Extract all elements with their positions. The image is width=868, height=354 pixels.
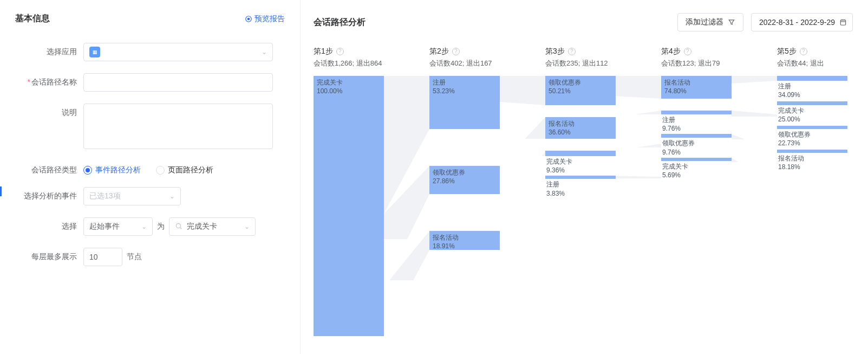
label-select-app: 选择应用 xyxy=(15,43,83,57)
sankey-node-label: 报名活动18.91% xyxy=(433,233,459,250)
sankey-node[interactable]: 报名活动74.80% xyxy=(661,76,732,99)
sankey-flow-zone xyxy=(616,76,661,336)
sankey-node[interactable]: 报名活动18.18% xyxy=(777,150,847,171)
sankey-node[interactable]: 完成关卡100.00% xyxy=(314,76,384,336)
step-subtitle: 会话数402; 退出167 xyxy=(429,59,545,68)
sankey-step-3: 第3步?会话数235; 退出112领取优惠券50.21%报名活动36.60%完成… xyxy=(545,47,661,339)
step-title: 第1步 xyxy=(314,47,333,56)
panel-title: 基本信息 xyxy=(15,13,50,24)
eye-icon xyxy=(245,15,252,23)
sankey-node[interactable]: 领取优惠券27.86% xyxy=(429,166,500,194)
sankey-chart: 第1步?会话数1,266; 退出864完成关卡100.00%第2步?会话数402… xyxy=(314,47,853,339)
svg-line-3 xyxy=(180,227,181,229)
sankey-node-label: 报名活动18.18% xyxy=(777,153,847,171)
step-title: 第4步 xyxy=(661,47,681,56)
step-title: 第3步 xyxy=(545,47,565,56)
start-event-type-select[interactable]: 起始事件 ⌄ xyxy=(83,217,153,236)
active-section-indicator xyxy=(0,186,2,196)
sankey-step-2: 第2步?会话数402; 退出167注册53.23%领取优惠券27.86%报名活动… xyxy=(429,47,545,339)
step-title: 第5步 xyxy=(777,47,797,56)
app-select[interactable]: ▦ ⌄ xyxy=(83,43,273,61)
sankey-node[interactable]: 领取优惠券50.21% xyxy=(545,76,616,105)
date-range-picker[interactable]: 2022-8-31 - 2022-9-29 xyxy=(751,13,853,31)
sankey-node[interactable]: 注册34.09% xyxy=(777,76,847,99)
label-max-per-level: 每层最多展示 xyxy=(15,248,83,262)
sankey-step-5: 第5步?会话数44; 退出注册34.09%完成关卡25.00%领取优惠券22.7… xyxy=(777,47,842,339)
sankey-step-1: 第1步?会话数1,266; 退出864完成关卡100.00% xyxy=(314,47,429,339)
help-icon[interactable]: ? xyxy=(336,48,344,55)
max-nodes-input[interactable] xyxy=(83,248,122,266)
sankey-node-label: 完成关卡5.69% xyxy=(661,161,732,179)
events-select[interactable]: 已选13项 ⌄ xyxy=(83,187,181,205)
sankey-step-4: 第4步?会话数123; 退出79报名活动74.80%注册9.76%领取优惠券9.… xyxy=(661,47,777,339)
help-icon[interactable]: ? xyxy=(684,48,691,55)
sankey-node[interactable]: 领取优惠券22.73% xyxy=(777,126,847,147)
sankey-node[interactable]: 注册3.83% xyxy=(545,176,616,197)
sankey-node[interactable]: 完成关卡9.36% xyxy=(545,151,616,175)
sankey-node-label: 领取优惠券50.21% xyxy=(549,78,581,95)
preview-report-label: 预览报告 xyxy=(254,14,285,24)
sankey-node-label: 完成关卡25.00% xyxy=(777,105,847,124)
chevron-down-icon: ⌄ xyxy=(244,223,250,230)
sankey-node-label: 完成关卡100.00% xyxy=(317,78,343,95)
app-icon: ▦ xyxy=(89,47,100,57)
sankey-node[interactable]: 完成关卡25.00% xyxy=(777,101,847,124)
calendar-icon xyxy=(839,18,847,26)
step-subtitle: 会话数123; 退出79 xyxy=(661,59,777,68)
sankey-node[interactable]: 报名活动36.60% xyxy=(545,117,616,139)
help-icon[interactable]: ? xyxy=(800,48,807,55)
sankey-node[interactable]: 领取优惠券9.76% xyxy=(661,134,732,156)
sankey-node-label: 注册9.76% xyxy=(661,114,732,133)
sankey-node[interactable]: 完成关卡5.69% xyxy=(661,158,732,179)
radio-dot-icon xyxy=(156,166,165,175)
step-title: 第2步 xyxy=(429,47,449,56)
chevron-down-icon: ⌄ xyxy=(262,48,267,56)
analysis-panel: 会话路径分析 添加过滤器 2022-8-31 - 2022-9-29 第1步?会… xyxy=(301,0,868,354)
svg-point-1 xyxy=(247,18,250,20)
sankey-node[interactable]: 注册53.23% xyxy=(429,76,500,129)
sankey-flow-zone xyxy=(500,76,545,336)
label-node-suffix: 节点 xyxy=(127,252,142,262)
svg-point-2 xyxy=(176,223,180,228)
add-filter-button[interactable]: 添加过滤器 xyxy=(677,13,743,31)
radio-dot-icon xyxy=(83,166,92,175)
label-select-events: 选择分析的事件 xyxy=(15,187,83,201)
sankey-node-label: 领取优惠券9.76% xyxy=(661,138,732,156)
chevron-down-icon: ⌄ xyxy=(141,223,147,230)
label-choose: 选择 xyxy=(15,217,83,231)
sankey-flow-zone xyxy=(384,76,429,336)
filter-icon xyxy=(728,18,735,26)
sankey-node-label: 完成关卡9.36% xyxy=(545,156,616,175)
step-subtitle: 会话数44; 退出 xyxy=(777,59,842,68)
sankey-node-label: 注册53.23% xyxy=(433,78,455,95)
step-subtitle: 会话数1,266; 退出864 xyxy=(314,59,429,68)
sankey-node-label: 注册3.83% xyxy=(545,179,616,197)
sankey-node-label: 注册34.09% xyxy=(777,81,847,99)
label-path-type: 会话路径类型 xyxy=(15,161,83,175)
search-icon xyxy=(175,222,182,231)
event-picker-select[interactable]: 完成关卡 ⌄ xyxy=(169,217,256,236)
chevron-down-icon: ⌄ xyxy=(169,192,175,200)
analysis-title: 会话路径分析 xyxy=(314,17,366,28)
sankey-node[interactable]: 注册9.76% xyxy=(661,111,732,133)
svg-rect-4 xyxy=(840,20,845,25)
step-subtitle: 会话数235; 退出112 xyxy=(545,59,661,68)
sankey-node[interactable]: 报名活动18.91% xyxy=(429,231,500,250)
description-textarea[interactable] xyxy=(83,104,273,149)
basic-info-panel: 基本信息 预览报告 选择应用 ▦ ⌄ *会话路径名称 xyxy=(0,0,301,354)
sankey-node-label: 报名活动36.60% xyxy=(549,119,575,137)
sankey-node-label: 领取优惠券22.73% xyxy=(777,129,847,147)
path-name-input[interactable] xyxy=(83,73,273,92)
sankey-node-label: 领取优惠券27.86% xyxy=(433,168,465,185)
sankey-flow-zone xyxy=(732,76,777,336)
label-path-name: *会话路径名称 xyxy=(15,73,83,87)
radio-page-path[interactable]: 页面路径分析 xyxy=(156,165,213,175)
label-description: 说明 xyxy=(15,104,83,118)
help-icon[interactable]: ? xyxy=(568,48,576,55)
help-icon[interactable]: ? xyxy=(452,48,460,55)
preview-report-link[interactable]: 预览报告 xyxy=(245,14,285,24)
radio-event-path[interactable]: 事件路径分析 xyxy=(83,165,141,175)
label-as: 为 xyxy=(157,222,165,231)
sankey-node-label: 报名活动74.80% xyxy=(664,78,690,95)
